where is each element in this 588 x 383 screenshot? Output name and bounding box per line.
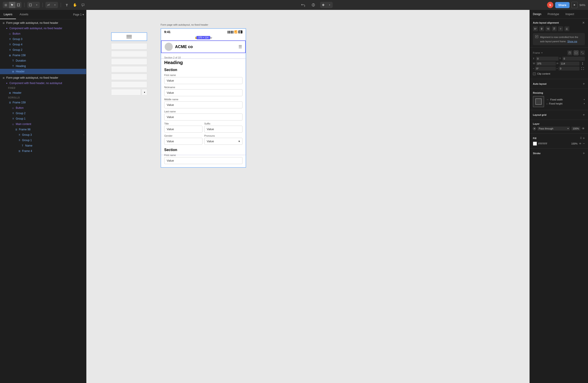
- shape-chevron-icon[interactable]: ▾: [52, 2, 58, 8]
- angle-value[interactable]: 0°: [535, 66, 556, 71]
- fill-hex-value[interactable]: FFFFFF: [538, 142, 568, 145]
- field-input[interactable]: Value: [164, 114, 242, 121]
- add-stroke-icon[interactable]: +: [583, 151, 585, 155]
- tab-layers[interactable]: Layers: [0, 10, 16, 19]
- align-left-icon[interactable]: [533, 26, 538, 31]
- layer-item[interactable]: ☰ Frame 159: [0, 100, 86, 105]
- theme-toggle-icon[interactable]: [310, 2, 316, 8]
- fill-opacity-value[interactable]: 100%: [570, 142, 578, 145]
- pen-tool-icon[interactable]: [45, 2, 52, 8]
- layer-item-header-selected[interactable]: ⊞ Header: [0, 69, 86, 74]
- resize-scale-icon[interactable]: [580, 50, 585, 55]
- scale-tool-icon[interactable]: [15, 2, 21, 8]
- blend-mode-select[interactable]: Pass through ▾: [537, 126, 570, 131]
- link-wh-icon[interactable]: [580, 61, 585, 66]
- company-header-selected[interactable]: 375 × 114 ACME co ☰: [161, 40, 246, 53]
- opacity-value[interactable]: 100%: [571, 126, 580, 131]
- add-fill-icon[interactable]: +: [583, 136, 585, 140]
- layer-item[interactable]: ✦ Component with fixed header, no autola…: [0, 81, 86, 86]
- tab-design[interactable]: Design: [530, 10, 544, 19]
- layer-item[interactable]: T Heading: [0, 63, 86, 69]
- field-input[interactable]: Value: [164, 157, 242, 164]
- toolbar-right: S Share 94%: [547, 2, 585, 8]
- layer-item[interactable]: ☰ Frame 4: [0, 148, 86, 154]
- show-me-link[interactable]: Show me: [567, 40, 577, 43]
- layer-blend-icon: [533, 127, 536, 130]
- mini-frame[interactable]: [111, 32, 147, 41]
- tab-prototype[interactable]: Prototype: [544, 10, 562, 19]
- chevron-down-icon[interactable]: ▾: [34, 2, 40, 8]
- section-num: Section 2 of 10: [164, 56, 242, 59]
- layer-item[interactable]: ✦ Component with autolayout, no fixed he…: [0, 26, 86, 31]
- field-input[interactable]: Value: [164, 101, 242, 108]
- zoom-level[interactable]: 94%: [579, 3, 585, 7]
- w-value[interactable]: 375: [536, 61, 556, 66]
- add-layout-grid-icon[interactable]: +: [583, 113, 585, 117]
- field-input[interactable]: Value: [164, 138, 202, 145]
- canvas[interactable]: ▾ Form page with autolayout, no fixed he…: [86, 10, 529, 383]
- align-top-icon[interactable]: [552, 26, 557, 31]
- group-icon: ⠿: [18, 139, 21, 142]
- layer-item[interactable]: ◇ Button: [0, 105, 86, 111]
- hand-tool-icon[interactable]: ✋: [72, 2, 78, 8]
- distribute-up-icon[interactable]: [558, 26, 563, 31]
- layer-item[interactable]: ◇ Main content: [0, 121, 86, 127]
- layer-item[interactable]: ◇ Button: [0, 31, 86, 36]
- layer-item[interactable]: ⠿ Group 2: [0, 111, 86, 116]
- align-center-h-icon[interactable]: [539, 26, 544, 31]
- layer-item[interactable]: ⠿ Group 3 ~: [0, 132, 86, 138]
- share-button[interactable]: Share: [555, 2, 569, 8]
- distribute-down-icon[interactable]: [564, 26, 569, 31]
- main-menu-icon[interactable]: ⊞: [3, 2, 9, 8]
- layer-item[interactable]: T Duration: [0, 58, 86, 63]
- frame-tool-icon[interactable]: [27, 2, 34, 8]
- layer-item[interactable]: T Name: [0, 143, 86, 148]
- play-icon[interactable]: [571, 2, 578, 8]
- main-phone-frame[interactable]: 9:41 ▐▐▐▐ 📶 ▌ 🔒 acmeco.app 375 × 114: [161, 28, 246, 168]
- h-value[interactable]: 114: [560, 61, 580, 66]
- layer-item[interactable]: ⊞ Header: [0, 90, 86, 96]
- fullscreen-icon[interactable]: [580, 66, 585, 71]
- corner-value[interactable]: 0: [559, 66, 579, 71]
- fill-grid-icon[interactable]: ⠿: [580, 137, 582, 140]
- clip-content-checkbox[interactable]: [533, 72, 536, 75]
- fixed-width-option[interactable]: ↔ Fixed width ▾: [546, 98, 585, 101]
- layer-item[interactable]: ⠿ Group 4: [0, 42, 86, 47]
- visibility-icon[interactable]: 👁: [582, 127, 585, 130]
- move-tool-icon[interactable]: [9, 2, 15, 8]
- field-input[interactable]: Value: [164, 77, 242, 84]
- layer-item[interactable]: ⠿ Group 1: [0, 138, 86, 143]
- comment-tool-icon[interactable]: [80, 2, 86, 8]
- align-right-icon[interactable]: [546, 26, 550, 31]
- layer-item[interactable]: ⊞ Frame 158: [0, 53, 86, 58]
- field-input[interactable]: Value: [164, 126, 202, 133]
- add-auto-layout-icon[interactable]: +: [583, 82, 585, 86]
- text-tool-icon[interactable]: T: [64, 2, 70, 8]
- component-chevron-icon[interactable]: ▾: [326, 2, 333, 8]
- layer-item[interactable]: ⠿ Group 3: [0, 36, 86, 42]
- hamburger-icon: [126, 35, 132, 38]
- phone-frame-icon[interactable]: [567, 50, 572, 55]
- fill-eye-icon[interactable]: 👁: [579, 142, 582, 145]
- layer-item[interactable]: ⊞ Form page with autolayout, no fixed he…: [0, 20, 86, 26]
- layer-item[interactable]: ⠿ Group 2: [0, 47, 86, 53]
- x-value[interactable]: 0: [536, 57, 559, 61]
- undo-icon[interactable]: [300, 2, 307, 8]
- fill-color-swatch[interactable]: [533, 141, 537, 146]
- landscape-frame-icon[interactable]: [574, 50, 579, 55]
- layer-item[interactable]: ⠿ Group 1: [0, 116, 86, 121]
- close-icon[interactable]: ✕: [582, 21, 585, 24]
- field-input[interactable]: Value: [164, 89, 242, 96]
- blend-mode-value: Pass through: [539, 127, 553, 130]
- tab-inspect[interactable]: Inspect: [562, 10, 577, 19]
- tab-assets[interactable]: Assets: [16, 10, 32, 19]
- remove-fill-icon[interactable]: −: [583, 142, 585, 145]
- layer-item[interactable]: ⊞ Form page with autolayout, no fixed he…: [0, 75, 86, 81]
- page-selector[interactable]: Page 1 ▾: [71, 10, 86, 19]
- component-icon[interactable]: [320, 2, 326, 8]
- field-input[interactable]: Value: [204, 126, 242, 133]
- field-select[interactable]: Value ▾: [204, 138, 242, 145]
- fixed-height-option[interactable]: ↕ Fixed height ▾: [546, 102, 585, 105]
- layer-item[interactable]: ☰ Frame 98: [0, 127, 86, 132]
- y-value[interactable]: 0: [562, 57, 585, 61]
